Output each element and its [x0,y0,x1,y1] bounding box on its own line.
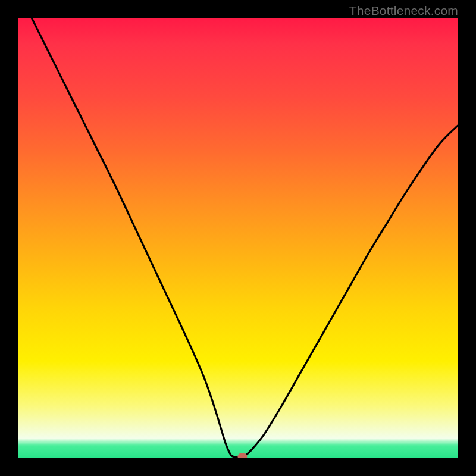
curve-left-branch [32,18,238,457]
watermark-text: TheBottleneck.com [349,4,458,18]
curve-right-branch [245,126,458,456]
curve-group [32,18,458,458]
valley-marker [237,453,247,458]
plot-area [18,18,458,458]
curve-layer [18,18,458,458]
chart-container: TheBottleneck.com [0,0,476,476]
